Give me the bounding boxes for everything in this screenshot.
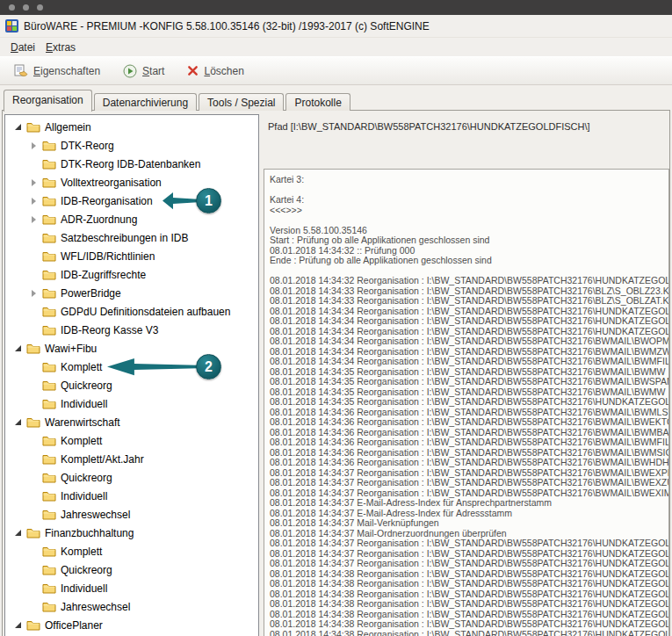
start-icon <box>123 64 137 78</box>
tab-reorganisation[interactable]: Reorganisation <box>4 90 92 112</box>
no-expander <box>26 323 40 337</box>
collapsed-arrow-icon[interactable] <box>26 286 40 300</box>
folder-icon <box>42 140 56 151</box>
tree-item-idb-reorg-kasse-v3[interactable]: IDB-Reorg Kasse V3 <box>5 321 258 339</box>
tree-item-warenwirtschaft[interactable]: Warenwirtschaft <box>5 413 258 431</box>
folder-icon <box>42 546 56 557</box>
eigenschaften-button[interactable]: Eigenschaften <box>9 62 104 80</box>
log-line: 08.01.2018 14:34:36 Reorganisation : I:\… <box>270 458 668 468</box>
tree-item-komplett[interactable]: Komplett <box>5 542 258 560</box>
log-line: 08.01.2018 14:34:37 E-Mail-Adress-Index … <box>270 498 668 509</box>
tree-item-label: Komplett <box>61 546 102 558</box>
tree-item-idb-reorganisation[interactable]: IDB-Reorganisation1 <box>5 192 258 210</box>
tree-item-powerbridge[interactable]: PowerBridge <box>5 284 258 302</box>
menu-item-datei[interactable]: Datei <box>5 40 40 55</box>
expanded-arrow-icon[interactable] <box>11 416 25 430</box>
log-line: 08.01.2018 14:34:34 Reorganisation : I:\… <box>270 336 668 347</box>
folder-icon <box>42 269 56 280</box>
tab-strip: ReorganisationDatenarchivierungTools / S… <box>4 90 352 111</box>
app-icon <box>5 19 18 33</box>
no-expander <box>26 452 40 466</box>
expanded-arrow-icon[interactable] <box>11 342 25 356</box>
tree-item-dtk-reorg[interactable]: DTK-Reorg <box>5 136 258 155</box>
folder-icon <box>26 121 40 133</box>
log-line: 08.01.2018 14:34:32 Reorganisation : I:\… <box>270 276 668 286</box>
folder-icon <box>42 361 56 372</box>
folder-icon <box>42 232 56 243</box>
folder-icon <box>26 343 40 354</box>
folder-icon <box>26 619 40 631</box>
folder-icon <box>42 435 56 446</box>
tree-item-dtk-reorg-idb-datenbanken[interactable]: DTK-Reorg IDB-Datenbanken <box>5 155 258 173</box>
tree-item-idb-zugriffsrechte[interactable]: IDB-Zugriffsrechte <box>5 265 258 284</box>
tree-item-label: Individuell <box>61 490 107 502</box>
expanded-arrow-icon[interactable] <box>11 618 25 632</box>
tab-protokolle[interactable]: Protokolle <box>285 93 350 111</box>
properties-icon <box>12 64 28 78</box>
log-line: Ende : Prüfung ob alle Applikationen ges… <box>270 256 668 266</box>
tree-item-individuell[interactable]: Individuell <box>5 394 258 413</box>
tree-item-komplett[interactable]: Komplett2 <box>5 358 258 376</box>
log-line: 08.01.2018 14:34:38 Reorganisation : I:\… <box>270 599 668 610</box>
no-expander <box>26 157 40 171</box>
log-line <box>270 215 668 226</box>
tree-item-komplett[interactable]: Komplett <box>5 431 258 450</box>
tab-datenarchivierung[interactable]: Datenarchivierung <box>94 93 197 111</box>
window-dot[interactable] <box>37 4 43 11</box>
folder-icon <box>42 379 56 391</box>
tree-item-gdpdu-definitionsdateien-aufbauen[interactable]: GDPdU Definitionsdateien aufbauen <box>5 302 258 321</box>
log-line: 08.01.2018 14:34:36 Reorganisation : I:\… <box>270 437 668 448</box>
tree-item-label: Komplett <box>61 361 102 373</box>
tree-item-allgemein[interactable]: Allgemein <box>5 118 258 136</box>
start-button[interactable]: Start <box>119 62 168 80</box>
tree-item-label: IDB-Reorganisation <box>61 195 153 207</box>
log-line: 08.01.2018 14:34:38 Reorganisation : I:\… <box>270 619 668 630</box>
menu-bar: DateiExtras <box>0 38 672 56</box>
tab-tools-spezial[interactable]: Tools / Spezial <box>199 93 284 111</box>
collapsed-arrow-icon[interactable] <box>26 176 40 190</box>
log-line: 08.01.2018 14:34:37 Mail-Verknüpfungen <box>270 518 668 529</box>
no-expander <box>26 545 40 559</box>
tree-item-adr-zuordnung[interactable]: ADR-Zuordnung <box>5 210 258 228</box>
log-line: 08.01.2018 14:34:35 Reorganisation : I:\… <box>270 397 668 408</box>
tree-item-wawi-fibu[interactable]: Wawi+Fibu <box>5 339 258 358</box>
tree-panel: AllgemeinDTK-ReorgDTK-Reorg IDB-Datenban… <box>4 114 259 636</box>
collapsed-arrow-icon[interactable] <box>26 194 40 208</box>
tree-item-volltextreorganisation[interactable]: Volltextreorganisation <box>5 173 258 192</box>
tree-item-quickreorg[interactable]: Quickreorg <box>5 376 258 394</box>
tree-item-officeplaner[interactable]: OfficePlaner <box>5 616 258 634</box>
expanded-arrow-icon[interactable] <box>11 120 25 134</box>
tree-item-individuell[interactable]: Individuell <box>5 487 258 505</box>
tree-item-quickreorg[interactable]: Quickreorg <box>5 560 258 579</box>
menu-item-extras[interactable]: Extras <box>40 40 81 55</box>
tree-item-komplett-akt-jahr[interactable]: Komplett/Akt.Jahr <box>5 450 258 468</box>
tree-item-wfl-idb-richtlinien[interactable]: WFL/IDB/Richtlinien <box>5 247 258 265</box>
window-dot[interactable] <box>9 4 15 11</box>
folder-icon <box>42 398 56 409</box>
log-line: 08.01.2018 14:34:34 Reorganisation : I:\… <box>270 316 668 327</box>
expanded-arrow-icon[interactable] <box>11 526 25 540</box>
tree-item-jahreswechsel[interactable]: Jahreswechsel <box>5 505 258 524</box>
window-dot[interactable] <box>23 4 29 11</box>
log-area[interactable]: Kartei 3: Kartei 4:<<<>>> Version 5.58.1… <box>264 169 669 636</box>
tree-item-finanzbuchhaltung[interactable]: Finanzbuchhaltung <box>5 524 258 542</box>
no-expander <box>26 231 40 245</box>
collapsed-arrow-icon[interactable] <box>26 139 40 153</box>
log-line: 08.01.2018 14:34:33 Reorganisation : I:\… <box>270 296 668 307</box>
log-line: 08.01.2018 14:34:37 Reorganisation : I:\… <box>270 478 668 488</box>
collapsed-arrow-icon[interactable] <box>26 213 40 227</box>
tree-item-label: Jahreswechsel <box>61 509 130 521</box>
tree-item-satzbeschreibungen-in-idb[interactable]: Satzbeschreibungen in IDB <box>5 228 258 247</box>
no-expander <box>26 582 40 596</box>
tree-item-label: Komplett <box>61 435 102 447</box>
tree-item-quickreorg[interactable]: Quickreorg <box>5 468 258 487</box>
tree-item-jahreswechsel[interactable]: Jahreswechsel <box>5 597 258 616</box>
tree-item-individuell[interactable]: Individuell <box>5 579 258 597</box>
log-line: 08.01.2018 14:34:34 Reorganisation : I:\… <box>270 357 668 367</box>
log-line: 08.01.2018 14:34:36 Reorganisation : I:\… <box>270 417 668 428</box>
log-line: 08.01.2018 14:34:38 Reorganisation : I:\… <box>270 630 668 636</box>
loeschen-button[interactable]: Löschen <box>184 63 247 79</box>
tree-item-label: OfficePlaner <box>45 619 103 632</box>
no-expander <box>26 305 40 319</box>
window-title: BüroWARE - PREMIUM -KONFIG 5.58.100.3514… <box>24 20 430 33</box>
